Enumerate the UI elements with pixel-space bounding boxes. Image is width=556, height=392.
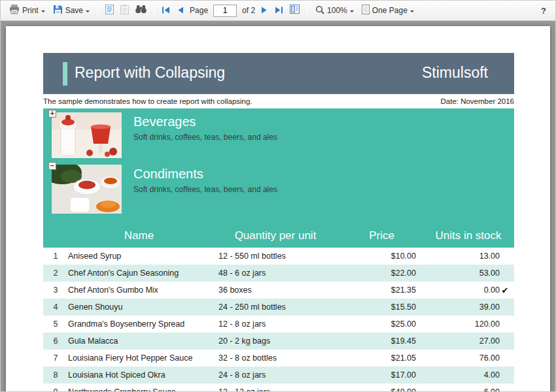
toolbar-separator xyxy=(97,4,98,17)
check-icon xyxy=(500,252,510,261)
previous-page-button[interactable] xyxy=(174,3,186,18)
category-description: Soft drinks, coffees, teas, beers, and a… xyxy=(133,133,277,142)
row-number: 2 xyxy=(43,269,68,278)
check-icon: ✔ xyxy=(500,286,510,295)
zoom-value: 100% xyxy=(327,6,347,15)
report-page: Report with Collapsing Stimulsoft The sa… xyxy=(6,26,550,391)
table-row: 6 Gula Malacca 20 - 2 kg bags $19.45 27.… xyxy=(43,333,514,350)
accent-bar xyxy=(63,62,67,86)
product-name: Genen Shouyu xyxy=(68,302,210,312)
category-name: Condiments xyxy=(133,167,277,182)
product-name: Grandma's Boysenberry Spread xyxy=(68,319,210,329)
find-button[interactable] xyxy=(133,3,149,18)
save-button[interactable]: Save xyxy=(50,3,93,18)
check-icon xyxy=(500,319,510,329)
units-cell: 39.00 xyxy=(423,302,514,312)
report-title: Report with Collapsing xyxy=(75,64,225,82)
price-cell: $40.00 xyxy=(341,387,423,391)
quantity-cell: 36 boxes xyxy=(210,286,341,295)
units-cell: 27.00 xyxy=(423,336,514,346)
product-name: Gula Malacca xyxy=(68,336,210,346)
print-label: Print xyxy=(22,6,39,15)
units-cell: 0.00 ✔ xyxy=(423,286,514,295)
collapse-toggle-condiments[interactable]: − xyxy=(48,162,56,170)
check-icon xyxy=(500,370,510,380)
row-number: 7 xyxy=(43,353,68,363)
category-text: Condiments Soft drinks, coffees, teas, b… xyxy=(133,165,277,214)
category-text: Beverages Soft drinks, coffees, teas, be… xyxy=(133,112,277,158)
print-button[interactable]: Print xyxy=(6,3,48,18)
product-name: Chef Anton's Cajun Seasoning xyxy=(68,269,210,278)
units-value: 13.00 xyxy=(479,252,500,261)
check-icon xyxy=(500,302,510,312)
units-value: 39.00 xyxy=(479,302,500,312)
first-page-button[interactable] xyxy=(159,3,173,18)
product-name: Northwoods Cranberry Sauce xyxy=(68,387,210,391)
row-number: 3 xyxy=(43,286,68,295)
next-page-button[interactable] xyxy=(258,3,271,18)
page-label: Page xyxy=(190,6,208,15)
price-cell: $25.00 xyxy=(341,319,423,329)
chevron-down-icon xyxy=(410,10,414,14)
table-row: 4 Genen Shouyu 24 - 250 ml bottles $15.5… xyxy=(43,299,514,316)
table-row: 1 Aniseed Syrup 12 - 550 ml bottles $10.… xyxy=(43,248,514,265)
binoculars-icon xyxy=(135,5,147,16)
check-icon xyxy=(500,269,510,278)
row-number: 5 xyxy=(43,319,68,329)
chevron-down-icon xyxy=(350,10,354,14)
report-date: Date: November 2016 xyxy=(440,97,514,105)
price-cell: $21.35 xyxy=(341,286,423,295)
row-number: 1 xyxy=(43,252,68,261)
quantity-cell: 24 - 8 oz jars xyxy=(210,370,341,380)
category-description: Soft drinks, coffees, teas, beers, and a… xyxy=(133,185,277,194)
zoom-icon xyxy=(315,5,324,16)
units-value: 53.00 xyxy=(479,269,500,278)
column-header-units: Units in stock xyxy=(423,229,514,242)
quantity-cell: 32 - 8 oz bottles xyxy=(210,353,341,363)
report-title-band: Report with Collapsing Stimulsoft xyxy=(43,53,514,94)
units-value: 0.00 xyxy=(484,286,500,295)
category-row-beverages[interactable]: + Beverages Soft drinks, coffees, teas, … xyxy=(43,112,514,158)
category-name: Beverages xyxy=(133,114,277,129)
product-name: Louisiana Fiery Hot Pepper Sauce xyxy=(68,353,210,363)
column-header-quantity: Quantity per unit xyxy=(210,229,341,242)
bookmarks-panel-icon xyxy=(290,5,300,16)
price-cell: $17.00 xyxy=(341,370,423,380)
units-cell: 120.00 xyxy=(423,319,514,329)
parameters-button[interactable] xyxy=(103,3,116,19)
view-mode-button[interactable]: One Page xyxy=(358,3,417,18)
table-row: 7 Louisiana Fiery Hot Pepper Sauce 32 - … xyxy=(43,350,514,367)
price-cell: $10.00 xyxy=(341,252,423,261)
table-row: 3 Chef Anton's Gumbo Mix 36 boxes $21.35… xyxy=(43,282,514,299)
price-cell: $21.05 xyxy=(341,353,423,363)
bookmarks-panel-button[interactable] xyxy=(287,3,302,18)
zoom-button[interactable]: 100% xyxy=(312,3,357,18)
units-cell: 13.00 xyxy=(423,252,514,261)
toolbar: Print Save xyxy=(1,1,555,21)
check-icon xyxy=(500,336,510,346)
units-cell: 6.00 xyxy=(423,387,514,391)
product-name: Aniseed Syrup xyxy=(68,252,210,261)
category-row-condiments[interactable]: − Condiments Soft drinks, coffees, teas,… xyxy=(43,165,514,214)
page-number-input[interactable] xyxy=(213,5,237,17)
quantity-cell: 12 - 550 ml bottles xyxy=(210,252,341,261)
editor-button[interactable] xyxy=(118,3,131,19)
product-name: Louisiana Hot Spiced Okra xyxy=(68,370,210,380)
quantity-cell: 12 - 12 oz jars xyxy=(210,387,341,391)
units-value: 76.00 xyxy=(479,353,500,363)
collapse-toggle-beverages[interactable]: + xyxy=(48,110,56,118)
row-number: 4 xyxy=(43,302,68,312)
column-header-price: Price xyxy=(341,229,423,242)
price-cell: $15.50 xyxy=(341,302,423,312)
quantity-cell: 12 - 8 oz jars xyxy=(210,319,341,329)
row-number: 9 xyxy=(43,387,68,391)
chevron-down-icon xyxy=(86,10,90,14)
last-page-button[interactable] xyxy=(272,3,286,18)
table-row: 2 Chef Anton's Cajun Seasoning 48 - 6 oz… xyxy=(43,265,514,282)
view-mode-label: One Page xyxy=(372,6,408,15)
clipboard-icon xyxy=(120,5,129,17)
table-row: 5 Grandma's Boysenberry Spread 12 - 8 oz… xyxy=(43,316,514,333)
next-page-icon xyxy=(261,5,268,16)
price-cell: $19.45 xyxy=(341,336,423,346)
help-button[interactable]: ? xyxy=(537,5,550,17)
